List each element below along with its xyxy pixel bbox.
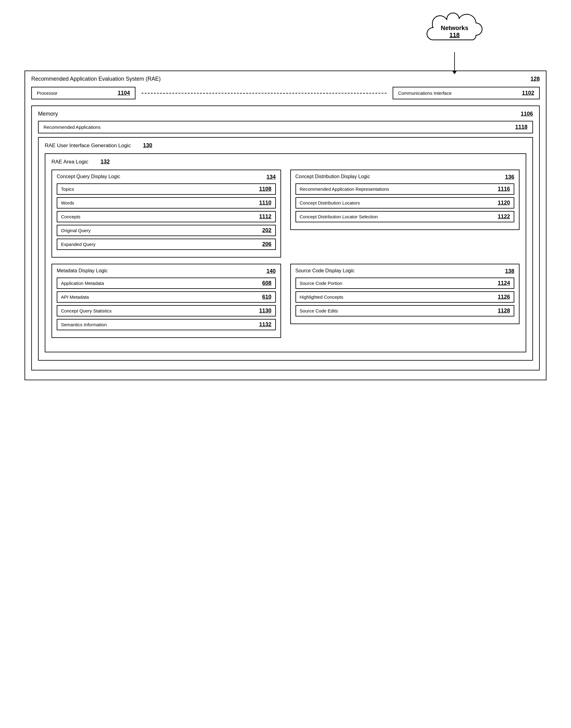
cloud-label: Networks 118 <box>441 24 468 39</box>
source-code-edits-item: Source Code Edits 1128 <box>296 305 515 316</box>
metadata-col: Metadata Display Logic 140 Application M… <box>51 264 281 344</box>
original-query-number: 202 <box>262 227 271 234</box>
semantics-info-item: Semantics Information 1132 <box>57 319 276 330</box>
app-metadata-item: Application Metadata 608 <box>57 278 276 289</box>
source-code-col: Source Code Display Logic 138 Source Cod… <box>290 264 520 344</box>
connector-line <box>142 93 386 94</box>
source-code-number: 138 <box>505 268 514 275</box>
cloud-networks: Networks 118 <box>424 12 485 52</box>
logic-top-columns: Concept Query Display Logic 134 Topics 1… <box>51 170 520 264</box>
source-code-title: Source Code Display Logic <box>296 268 355 274</box>
rae-area-box: RAE Area Logic 132 Concept Query Display… <box>45 153 526 352</box>
concept-dist-locators-item: Concept Distribution Locators 1120 <box>296 197 515 209</box>
rec-app-rep-item: Recommended Application Representations … <box>296 183 515 195</box>
logic-bottom-columns: Metadata Display Logic 140 Application M… <box>51 264 520 344</box>
memory-title-row: Memory 1106 <box>38 111 533 117</box>
memory-number: 1106 <box>521 111 533 117</box>
original-query-label: Original Query <box>61 228 91 233</box>
processor-number: 1104 <box>118 90 130 96</box>
source-code-box: Source Code Display Logic 138 Source Cod… <box>290 264 520 324</box>
rec-app-rep-number: 1116 <box>498 186 510 192</box>
api-metadata-label: API Metadata <box>61 294 89 300</box>
concept-dist-col: Concept Distribution Display Logic 136 R… <box>290 170 520 264</box>
words-item: Words 1110 <box>57 197 276 209</box>
concept-dist-title: Concept Distribution Display Logic <box>296 174 370 179</box>
rae-system-box: Recommended Application Evaluation Syste… <box>24 71 547 380</box>
rae-area-label: RAE Area Logic <box>51 159 88 165</box>
api-metadata-item: API Metadata 610 <box>57 291 276 303</box>
words-number: 1110 <box>259 200 271 206</box>
proc-comms-row: Processor 1104 Communications Interface … <box>31 87 540 99</box>
concept-query-stats-number: 1130 <box>259 308 271 314</box>
expanded-query-item: Expanded Query 206 <box>57 238 276 250</box>
metadata-number: 140 <box>266 268 275 275</box>
source-code-portion-label: Source Code Portion <box>300 281 342 286</box>
rae-ui-number: 130 <box>143 142 152 149</box>
concept-dist-title-row: Concept Distribution Display Logic 136 <box>296 174 515 180</box>
rae-system-title: Recommended Application Evaluation Syste… <box>31 76 160 82</box>
memory-label: Memory <box>38 111 58 117</box>
processor-label: Processor <box>37 91 58 96</box>
comms-number: 1102 <box>522 90 534 96</box>
metadata-title: Metadata Display Logic <box>57 268 108 274</box>
highlighted-concepts-item: Highlighted Concepts 1126 <box>296 291 515 303</box>
rec-apps-number: 1118 <box>515 124 528 130</box>
concept-dist-locator-sel-label: Concept Distribution Locator Selection <box>300 214 378 219</box>
metadata-title-row: Metadata Display Logic 140 <box>57 268 276 275</box>
rae-area-number: 132 <box>101 159 110 165</box>
original-query-item: Original Query 202 <box>57 225 276 236</box>
page-container: Networks 118 Recommended Application Eva… <box>24 12 547 380</box>
topics-item: Topics 1108 <box>57 183 276 195</box>
concept-query-stats-label: Concept Query Statistics <box>61 308 112 313</box>
api-metadata-number: 610 <box>262 294 271 300</box>
concept-query-box: Concept Query Display Logic 134 Topics 1… <box>51 170 281 257</box>
app-metadata-number: 608 <box>262 280 271 286</box>
rec-apps-box: Recommended Applications 1118 <box>38 121 533 133</box>
highlighted-concepts-number: 1126 <box>498 294 510 300</box>
rae-ui-title-row: RAE User Interface Generation Logic 130 <box>45 142 526 149</box>
app-metadata-label: Application Metadata <box>61 281 104 286</box>
concept-query-number: 134 <box>266 174 275 180</box>
source-code-title-row: Source Code Display Logic 138 <box>296 268 515 275</box>
concepts-number: 1112 <box>259 213 271 220</box>
concept-dist-number: 136 <box>505 174 514 180</box>
memory-box: Memory 1106 Recommended Applications 111… <box>31 105 540 371</box>
cloud-area: Networks 118 <box>424 12 485 74</box>
expanded-query-number: 206 <box>262 241 271 247</box>
concept-query-title-row: Concept Query Display Logic 134 <box>57 174 276 180</box>
rae-title-row: Recommended Application Evaluation Syste… <box>31 76 540 82</box>
source-code-edits-number: 1128 <box>498 308 510 314</box>
concept-dist-locator-sel-item: Concept Distribution Locator Selection 1… <box>296 211 515 222</box>
highlighted-concepts-label: Highlighted Concepts <box>300 294 344 300</box>
rec-app-rep-label: Recommended Application Representations <box>300 187 389 192</box>
concept-dist-locator-sel-number: 1122 <box>498 213 510 220</box>
concept-query-col: Concept Query Display Logic 134 Topics 1… <box>51 170 281 264</box>
processor-box: Processor 1104 <box>31 87 135 99</box>
concept-dist-box: Concept Distribution Display Logic 136 R… <box>290 170 520 230</box>
concepts-item: Concepts 1112 <box>57 211 276 222</box>
words-label: Words <box>61 200 74 205</box>
concepts-label: Concepts <box>61 214 80 219</box>
concept-dist-locators-label: Concept Distribution Locators <box>300 200 360 205</box>
concept-query-title: Concept Query Display Logic <box>57 174 120 179</box>
expanded-query-label: Expanded Query <box>61 242 96 247</box>
rae-system-number: 128 <box>531 76 540 82</box>
topics-number: 1108 <box>259 186 271 192</box>
rae-area-title-row: RAE Area Logic 132 <box>51 159 520 165</box>
rae-ui-box: RAE User Interface Generation Logic 130 … <box>38 137 533 360</box>
comms-label: Communications Interface <box>398 91 451 96</box>
cloud-number: 118 <box>441 31 468 39</box>
comms-box: Communications Interface 1102 <box>392 87 540 99</box>
source-code-portion-number: 1124 <box>498 280 510 286</box>
semantics-info-label: Semantics Information <box>61 322 107 327</box>
semantics-info-number: 1132 <box>259 321 271 328</box>
source-code-edits-label: Source Code Edits <box>300 308 338 313</box>
concept-dist-locators-number: 1120 <box>498 200 510 206</box>
topics-label: Topics <box>61 187 74 192</box>
rec-apps-label: Recommended Applications <box>43 124 101 130</box>
rae-ui-label: RAE User Interface Generation Logic <box>45 142 131 149</box>
concept-query-stats-item: Concept Query Statistics 1130 <box>57 305 276 316</box>
metadata-box: Metadata Display Logic 140 Application M… <box>51 264 281 338</box>
source-code-portion-item: Source Code Portion 1124 <box>296 278 515 289</box>
